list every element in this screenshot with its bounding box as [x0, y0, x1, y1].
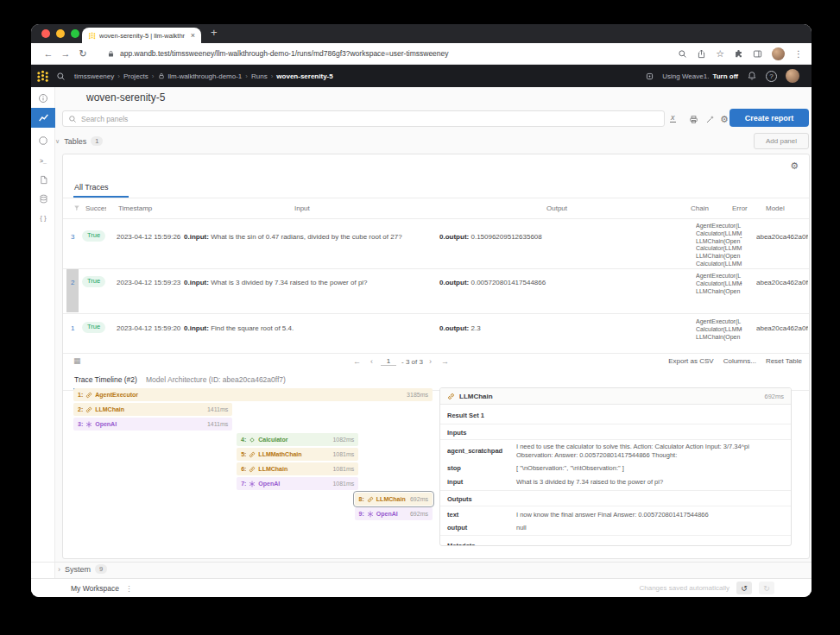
col-chain[interactable]: Chain [691, 204, 709, 212]
trace-span-llmchain[interactable]: 2: LLMChain 1411ms [73, 403, 232, 416]
trace-span-openai[interactable]: 7: OpenAI 1081ms [237, 477, 358, 490]
input-key: stop [447, 464, 461, 472]
input-value: [ "\nObservation:", "\n\tObservation:" ] [516, 464, 782, 473]
address-bar[interactable]: app.wandb.test/timssweeney/llm-walkthrou… [120, 49, 449, 58]
minimize-window-button[interactable] [56, 29, 65, 38]
code-icon[interactable]: { } [31, 209, 55, 226]
run-page-rail: >_ { } [31, 87, 55, 578]
tab-title: woven-serenity-5 | llm-walkthr [99, 32, 187, 40]
maximize-window-button[interactable] [71, 29, 79, 38]
tables-section-header[interactable]: ∨ Tables 1 [55, 136, 103, 146]
panel-layout-icon[interactable] [686, 112, 700, 126]
pagination-last-icon[interactable]: → [441, 357, 449, 366]
app-top-nav: timssweeney › Projects › llm-walkthrough… [31, 65, 812, 87]
span-detail-card: LLMChain 692ms Result Set 1 Inputs agent… [439, 387, 792, 546]
window-controls [41, 29, 79, 38]
outputs-label: Outputs [447, 495, 472, 503]
share-icon[interactable] [697, 49, 706, 59]
chain-link-icon [85, 392, 92, 399]
help-icon[interactable]: ? [766, 71, 777, 82]
columns-button[interactable]: Columns... [723, 357, 756, 365]
input-key: agent_scratchpad [447, 447, 502, 455]
close-tab-icon[interactable]: × [191, 32, 195, 40]
create-report-button[interactable]: Create report [729, 109, 809, 127]
trace-span-llmchain[interactable]: 6: LLMChain 1081ms [237, 462, 358, 475]
notifications-bell-icon[interactable] [747, 71, 757, 81]
error-cell: - [740, 279, 742, 286]
charts-icon[interactable] [31, 108, 55, 128]
trace-timeline-waterfall: 1: AgentExecutor 3185ms 2: LLMChain 1411… [73, 154, 433, 559]
model-cell: abea20ca462a0ff7 [756, 324, 808, 332]
table-actions: Export as CSV Columns... Reset Table [668, 357, 802, 365]
files-icon[interactable] [31, 171, 55, 188]
breadcrumb-project[interactable]: llm-walkthrough-demo-1 [168, 72, 243, 80]
export-csv-button[interactable]: Export as CSV [668, 357, 713, 365]
openai-icon [85, 421, 92, 428]
x-axis-icon[interactable]: x [670, 114, 676, 123]
nav-search-icon[interactable] [56, 72, 66, 81]
chain-link-icon [249, 466, 256, 473]
trace-span-agentexecutor[interactable]: 1: AgentExecutor 3185ms [73, 388, 433, 401]
logs-icon[interactable]: >_ [31, 152, 55, 169]
traces-panel: ⚙ All Traces Success Timestamp Input Out… [62, 154, 810, 559]
span-duration: 692ms [764, 393, 784, 400]
weave-turn-off-button[interactable]: Turn off [712, 72, 738, 80]
extensions-icon[interactable] [734, 49, 743, 59]
user-avatar[interactable] [786, 69, 799, 83]
col-output[interactable]: Output [546, 204, 567, 212]
new-tab-button[interactable]: + [211, 26, 218, 39]
search-icon[interactable] [678, 49, 687, 59]
trace-span-openai[interactable]: 9: OpenAI 692ms [355, 507, 433, 520]
output-cell: 0.15096209512635608 [471, 233, 541, 241]
panel-search [62, 110, 665, 127]
reload-icon[interactable]: ↻ [74, 48, 92, 60]
redo-button[interactable]: ↻ [759, 582, 774, 594]
overview-icon[interactable] [31, 90, 55, 107]
bookmark-star-icon[interactable]: ☆ [716, 48, 724, 60]
output-value: I now know the final answer Final Answer… [516, 511, 782, 519]
wandb-favicon [88, 32, 96, 40]
back-icon[interactable]: ← [40, 48, 57, 59]
system-count-badge: 9 [95, 564, 107, 574]
output-cell: 0.005720801417544866 [471, 279, 546, 286]
workspace-menu-icon[interactable]: ⋮ [125, 584, 133, 593]
browser-profile-avatar[interactable] [772, 47, 785, 60]
weave-status-text: Using Weave1. [662, 72, 709, 80]
output-value: null [516, 524, 782, 532]
panel-search-input[interactable] [81, 115, 659, 123]
trace-span-llmmathchain[interactable]: 5: LLMMathChain 1081ms [237, 448, 358, 461]
result-set-label: Result Set 1 [447, 412, 484, 419]
output-key: text [447, 511, 458, 519]
breadcrumb-runs[interactable]: Runs [251, 72, 268, 80]
browser-menu-icon[interactable]: ⋮ [794, 49, 803, 59]
col-model[interactable]: Model [766, 204, 785, 212]
browser-tab[interactable]: woven-serenity-5 | llm-walkthr × [82, 28, 201, 43]
artifacts-icon[interactable] [31, 190, 55, 207]
col-error[interactable]: Error [732, 204, 748, 212]
reset-table-button[interactable]: Reset Table [766, 357, 802, 365]
forward-icon[interactable]: → [57, 48, 74, 59]
model-cell: abea20ca462a0ff7 [756, 279, 808, 286]
magic-wand-icon[interactable] [703, 112, 717, 126]
workspace-selector[interactable]: My Workspace [71, 584, 119, 593]
span-detail-header: LLMChain 692ms [440, 388, 791, 405]
breadcrumb-user[interactable]: timssweeney [74, 72, 114, 80]
trace-span-calculator[interactable]: 4: Calculator 1082ms [237, 433, 358, 446]
system-section-header[interactable]: › System 9 [58, 564, 107, 574]
inputs-label: Inputs [447, 429, 467, 437]
system-icon[interactable] [31, 132, 55, 149]
panel-settings-gear-icon[interactable]: ⚙ [790, 161, 799, 171]
tool-diamond-icon [249, 437, 256, 443]
close-window-button[interactable] [41, 29, 50, 38]
add-panel-button[interactable]: Add panel [754, 133, 809, 149]
breadcrumb-projects[interactable]: Projects [123, 72, 148, 80]
trace-span-llmchain-selected[interactable]: 8: LLMChain 692ms [355, 493, 433, 506]
sidebar-icon[interactable] [753, 49, 762, 59]
run-title: woven-serenity-5 [86, 91, 165, 104]
undo-button[interactable]: ↺ [736, 582, 752, 594]
wandb-logo[interactable] [36, 70, 49, 83]
browser-toolbar: ← → ↻ app.wandb.test/timssweeney/llm-wal… [31, 43, 812, 65]
workspace-content: >_ { } woven-serenity-5 x ⚙ Create repor… [31, 87, 812, 578]
autosave-status: Changes saved automatically [639, 584, 729, 592]
trace-span-openai[interactable]: 3: OpenAI 1411ms [73, 418, 232, 431]
